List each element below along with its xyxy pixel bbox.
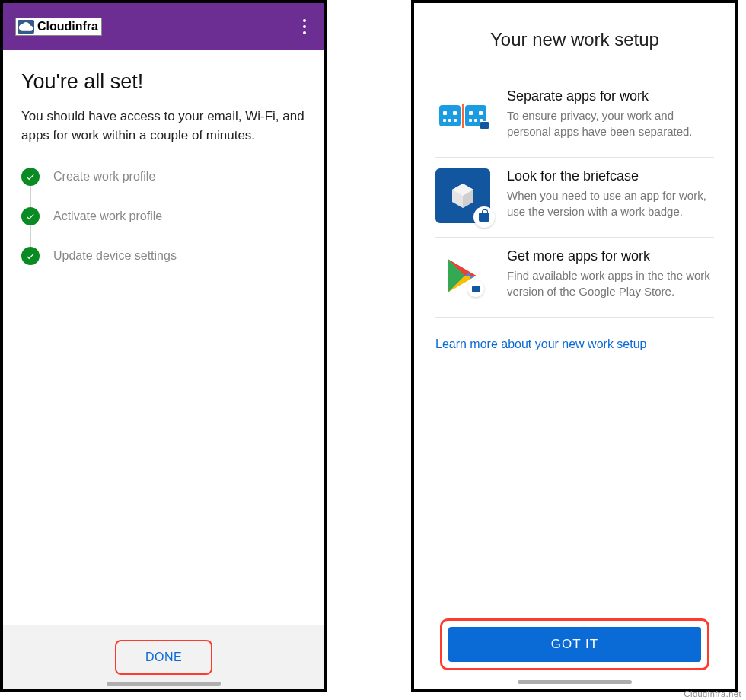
steps-list: Create work profile Activate work profil… bbox=[21, 168, 306, 265]
brand-text: Cloudinfra bbox=[37, 20, 98, 34]
step-label: Update device settings bbox=[53, 249, 177, 263]
step-item: Create work profile bbox=[21, 168, 306, 186]
work-badge-icon bbox=[473, 206, 495, 228]
briefcase-app-icon bbox=[435, 168, 490, 223]
info-row-briefcase: Look for the briefcase When you need to … bbox=[435, 158, 714, 238]
info-heading: Get more apps for work bbox=[507, 248, 714, 264]
footer-bar: DONE bbox=[3, 625, 324, 689]
check-icon bbox=[21, 207, 40, 225]
app-topbar: Cloudinfra bbox=[3, 3, 324, 50]
separate-apps-icon bbox=[435, 88, 490, 143]
page-title: You're all set! bbox=[21, 70, 306, 94]
info-row-play-store: Get more apps for work Find available wo… bbox=[435, 238, 714, 318]
play-store-icon bbox=[435, 248, 490, 303]
watermark: Cloudinfra.net bbox=[684, 689, 742, 698]
check-icon bbox=[21, 168, 40, 186]
overflow-menu-icon[interactable] bbox=[289, 11, 320, 42]
brand-logo: Cloudinfra bbox=[15, 18, 102, 36]
step-label: Activate work profile bbox=[53, 209, 162, 223]
right-content: Your new work setup Separate apps for wo… bbox=[414, 3, 735, 689]
info-body: Find available work apps in the the work… bbox=[507, 267, 714, 299]
left-content: You're all set! You should have access t… bbox=[3, 50, 324, 625]
gotit-highlight: GOT IT bbox=[440, 618, 709, 670]
info-body: To ensure privacy, your work and persona… bbox=[507, 107, 714, 139]
phone-screen-left: Cloudinfra You're all set! You should ha… bbox=[0, 0, 327, 692]
got-it-button[interactable]: GOT IT bbox=[448, 627, 701, 662]
page-title: Your new work setup bbox=[435, 29, 714, 50]
home-indicator[interactable] bbox=[518, 680, 632, 684]
cloud-icon bbox=[18, 20, 34, 34]
step-label: Create work profile bbox=[53, 170, 155, 184]
info-body: When you need to use an app for work, us… bbox=[507, 187, 714, 219]
step-item: Update device settings bbox=[21, 247, 306, 265]
info-row-separate-apps: Separate apps for work To ensure privacy… bbox=[435, 78, 714, 158]
check-icon bbox=[21, 247, 40, 265]
learn-more-link[interactable]: Learn more about your new work setup bbox=[435, 337, 714, 351]
info-heading: Separate apps for work bbox=[507, 88, 714, 104]
step-item: Activate work profile bbox=[21, 207, 306, 225]
page-subtitle: You should have access to your email, Wi… bbox=[21, 107, 306, 145]
work-badge-icon bbox=[467, 280, 484, 297]
home-indicator[interactable] bbox=[107, 682, 221, 686]
info-heading: Look for the briefcase bbox=[507, 168, 714, 184]
phone-screen-right: Your new work setup Separate apps for wo… bbox=[411, 0, 738, 692]
done-button[interactable]: DONE bbox=[115, 640, 212, 675]
